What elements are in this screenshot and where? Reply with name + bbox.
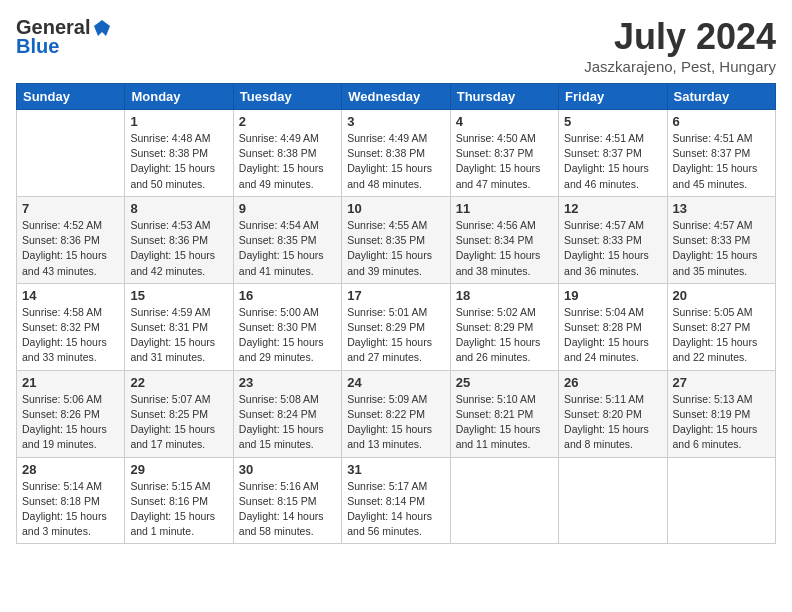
day-number: 22 [130, 375, 227, 390]
day-info: Sunrise: 5:05 AM Sunset: 8:27 PM Dayligh… [673, 305, 770, 366]
day-info: Sunrise: 5:06 AM Sunset: 8:26 PM Dayligh… [22, 392, 119, 453]
calendar-cell [667, 457, 775, 544]
day-number: 24 [347, 375, 444, 390]
day-info: Sunrise: 4:53 AM Sunset: 8:36 PM Dayligh… [130, 218, 227, 279]
day-info: Sunrise: 4:56 AM Sunset: 8:34 PM Dayligh… [456, 218, 553, 279]
calendar-cell: 5Sunrise: 4:51 AM Sunset: 8:37 PM Daylig… [559, 110, 667, 197]
calendar-cell: 27Sunrise: 5:13 AM Sunset: 8:19 PM Dayli… [667, 370, 775, 457]
day-info: Sunrise: 5:02 AM Sunset: 8:29 PM Dayligh… [456, 305, 553, 366]
day-number: 6 [673, 114, 770, 129]
day-number: 29 [130, 462, 227, 477]
header-thursday: Thursday [450, 84, 558, 110]
calendar-cell: 24Sunrise: 5:09 AM Sunset: 8:22 PM Dayli… [342, 370, 450, 457]
calendar-week-row: 14Sunrise: 4:58 AM Sunset: 8:32 PM Dayli… [17, 283, 776, 370]
day-info: Sunrise: 5:16 AM Sunset: 8:15 PM Dayligh… [239, 479, 336, 540]
day-number: 15 [130, 288, 227, 303]
calendar-cell: 16Sunrise: 5:00 AM Sunset: 8:30 PM Dayli… [233, 283, 341, 370]
day-info: Sunrise: 4:54 AM Sunset: 8:35 PM Dayligh… [239, 218, 336, 279]
calendar-cell: 6Sunrise: 4:51 AM Sunset: 8:37 PM Daylig… [667, 110, 775, 197]
day-info: Sunrise: 5:04 AM Sunset: 8:28 PM Dayligh… [564, 305, 661, 366]
day-number: 27 [673, 375, 770, 390]
page-header: General Blue July 2024 Jaszkarajeno, Pes… [16, 16, 776, 75]
calendar-cell: 23Sunrise: 5:08 AM Sunset: 8:24 PM Dayli… [233, 370, 341, 457]
day-info: Sunrise: 5:11 AM Sunset: 8:20 PM Dayligh… [564, 392, 661, 453]
day-number: 2 [239, 114, 336, 129]
calendar-cell: 15Sunrise: 4:59 AM Sunset: 8:31 PM Dayli… [125, 283, 233, 370]
calendar-cell [17, 110, 125, 197]
day-number: 10 [347, 201, 444, 216]
day-info: Sunrise: 5:01 AM Sunset: 8:29 PM Dayligh… [347, 305, 444, 366]
calendar-cell [559, 457, 667, 544]
day-info: Sunrise: 4:48 AM Sunset: 8:38 PM Dayligh… [130, 131, 227, 192]
calendar-cell: 17Sunrise: 5:01 AM Sunset: 8:29 PM Dayli… [342, 283, 450, 370]
day-number: 11 [456, 201, 553, 216]
day-number: 9 [239, 201, 336, 216]
calendar-cell: 19Sunrise: 5:04 AM Sunset: 8:28 PM Dayli… [559, 283, 667, 370]
calendar-cell: 1Sunrise: 4:48 AM Sunset: 8:38 PM Daylig… [125, 110, 233, 197]
day-number: 12 [564, 201, 661, 216]
header-sunday: Sunday [17, 84, 125, 110]
day-info: Sunrise: 5:17 AM Sunset: 8:14 PM Dayligh… [347, 479, 444, 540]
header-friday: Friday [559, 84, 667, 110]
calendar-cell: 20Sunrise: 5:05 AM Sunset: 8:27 PM Dayli… [667, 283, 775, 370]
svg-marker-0 [94, 20, 110, 36]
calendar-cell: 8Sunrise: 4:53 AM Sunset: 8:36 PM Daylig… [125, 196, 233, 283]
header-saturday: Saturday [667, 84, 775, 110]
day-number: 4 [456, 114, 553, 129]
calendar-cell: 4Sunrise: 4:50 AM Sunset: 8:37 PM Daylig… [450, 110, 558, 197]
calendar-week-row: 1Sunrise: 4:48 AM Sunset: 8:38 PM Daylig… [17, 110, 776, 197]
calendar-cell: 26Sunrise: 5:11 AM Sunset: 8:20 PM Dayli… [559, 370, 667, 457]
calendar-week-row: 21Sunrise: 5:06 AM Sunset: 8:26 PM Dayli… [17, 370, 776, 457]
day-info: Sunrise: 5:10 AM Sunset: 8:21 PM Dayligh… [456, 392, 553, 453]
day-number: 18 [456, 288, 553, 303]
logo-bird-icon [92, 18, 112, 38]
calendar-cell: 10Sunrise: 4:55 AM Sunset: 8:35 PM Dayli… [342, 196, 450, 283]
day-info: Sunrise: 5:14 AM Sunset: 8:18 PM Dayligh… [22, 479, 119, 540]
day-number: 16 [239, 288, 336, 303]
day-number: 21 [22, 375, 119, 390]
calendar-cell: 2Sunrise: 4:49 AM Sunset: 8:38 PM Daylig… [233, 110, 341, 197]
day-info: Sunrise: 5:09 AM Sunset: 8:22 PM Dayligh… [347, 392, 444, 453]
day-number: 5 [564, 114, 661, 129]
calendar-cell: 31Sunrise: 5:17 AM Sunset: 8:14 PM Dayli… [342, 457, 450, 544]
calendar-cell: 13Sunrise: 4:57 AM Sunset: 8:33 PM Dayli… [667, 196, 775, 283]
day-number: 28 [22, 462, 119, 477]
day-number: 8 [130, 201, 227, 216]
day-number: 23 [239, 375, 336, 390]
day-number: 14 [22, 288, 119, 303]
calendar-cell: 18Sunrise: 5:02 AM Sunset: 8:29 PM Dayli… [450, 283, 558, 370]
day-info: Sunrise: 5:00 AM Sunset: 8:30 PM Dayligh… [239, 305, 336, 366]
day-info: Sunrise: 5:13 AM Sunset: 8:19 PM Dayligh… [673, 392, 770, 453]
day-number: 25 [456, 375, 553, 390]
calendar-title-area: July 2024 Jaszkarajeno, Pest, Hungary [584, 16, 776, 75]
day-number: 26 [564, 375, 661, 390]
calendar-cell: 29Sunrise: 5:15 AM Sunset: 8:16 PM Dayli… [125, 457, 233, 544]
calendar-table: SundayMondayTuesdayWednesdayThursdayFrid… [16, 83, 776, 544]
calendar-cell: 14Sunrise: 4:58 AM Sunset: 8:32 PM Dayli… [17, 283, 125, 370]
day-number: 30 [239, 462, 336, 477]
logo-blue-text: Blue [16, 35, 59, 58]
day-info: Sunrise: 4:59 AM Sunset: 8:31 PM Dayligh… [130, 305, 227, 366]
calendar-cell: 22Sunrise: 5:07 AM Sunset: 8:25 PM Dayli… [125, 370, 233, 457]
day-info: Sunrise: 5:15 AM Sunset: 8:16 PM Dayligh… [130, 479, 227, 540]
calendar-cell [450, 457, 558, 544]
calendar-cell: 11Sunrise: 4:56 AM Sunset: 8:34 PM Dayli… [450, 196, 558, 283]
header-wednesday: Wednesday [342, 84, 450, 110]
day-info: Sunrise: 4:52 AM Sunset: 8:36 PM Dayligh… [22, 218, 119, 279]
day-info: Sunrise: 5:07 AM Sunset: 8:25 PM Dayligh… [130, 392, 227, 453]
day-number: 31 [347, 462, 444, 477]
calendar-cell: 25Sunrise: 5:10 AM Sunset: 8:21 PM Dayli… [450, 370, 558, 457]
day-number: 17 [347, 288, 444, 303]
month-year-title: July 2024 [584, 16, 776, 58]
day-info: Sunrise: 4:51 AM Sunset: 8:37 PM Dayligh… [673, 131, 770, 192]
header-monday: Monday [125, 84, 233, 110]
day-number: 13 [673, 201, 770, 216]
header-tuesday: Tuesday [233, 84, 341, 110]
calendar-cell: 9Sunrise: 4:54 AM Sunset: 8:35 PM Daylig… [233, 196, 341, 283]
calendar-week-row: 28Sunrise: 5:14 AM Sunset: 8:18 PM Dayli… [17, 457, 776, 544]
day-info: Sunrise: 4:49 AM Sunset: 8:38 PM Dayligh… [239, 131, 336, 192]
day-info: Sunrise: 4:50 AM Sunset: 8:37 PM Dayligh… [456, 131, 553, 192]
calendar-cell: 30Sunrise: 5:16 AM Sunset: 8:15 PM Dayli… [233, 457, 341, 544]
calendar-cell: 3Sunrise: 4:49 AM Sunset: 8:38 PM Daylig… [342, 110, 450, 197]
calendar-cell: 28Sunrise: 5:14 AM Sunset: 8:18 PM Dayli… [17, 457, 125, 544]
